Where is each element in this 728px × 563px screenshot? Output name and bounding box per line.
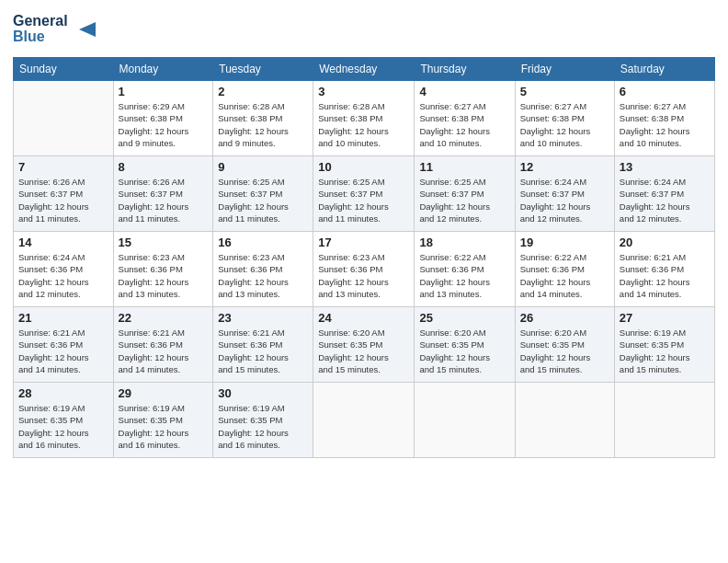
day-number: 25 <box>419 311 509 325</box>
day-info: Sunrise: 6:24 AM Sunset: 6:37 PM Dayligh… <box>520 176 609 224</box>
calendar-cell: 4Sunrise: 6:27 AM Sunset: 6:38 PM Daylig… <box>415 81 515 156</box>
day-number: 16 <box>218 236 308 249</box>
day-number: 8 <box>119 160 209 174</box>
calendar-cell: 8Sunrise: 6:26 AM Sunset: 6:37 PM Daylig… <box>113 156 213 232</box>
day-info: Sunrise: 6:20 AM Sunset: 6:35 PM Dayligh… <box>520 327 609 375</box>
day-info: Sunrise: 6:21 AM Sunset: 6:36 PM Dayligh… <box>18 327 108 375</box>
weekday-header: Tuesday <box>213 58 313 81</box>
calendar-cell <box>313 383 415 458</box>
calendar-cell <box>614 383 714 458</box>
calendar-cell: 9Sunrise: 6:25 AM Sunset: 6:37 PM Daylig… <box>213 156 313 232</box>
day-info: Sunrise: 6:22 AM Sunset: 6:36 PM Dayligh… <box>520 251 609 300</box>
day-info: Sunrise: 6:25 AM Sunset: 6:37 PM Dayligh… <box>318 176 409 224</box>
calendar-cell: 12Sunrise: 6:24 AM Sunset: 6:37 PM Dayli… <box>515 156 614 232</box>
day-number: 12 <box>520 160 609 174</box>
calendar-cell: 16Sunrise: 6:23 AM Sunset: 6:36 PM Dayli… <box>213 232 313 307</box>
day-info: Sunrise: 6:19 AM Sunset: 6:35 PM Dayligh… <box>620 327 710 375</box>
day-info: Sunrise: 6:21 AM Sunset: 6:36 PM Dayligh… <box>620 251 710 300</box>
calendar-cell <box>415 383 515 458</box>
calendar-cell: 3Sunrise: 6:28 AM Sunset: 6:38 PM Daylig… <box>313 81 415 156</box>
day-number: 30 <box>218 386 308 400</box>
day-info: Sunrise: 6:28 AM Sunset: 6:38 PM Dayligh… <box>318 100 409 149</box>
calendar-cell: 17Sunrise: 6:23 AM Sunset: 6:36 PM Dayli… <box>313 232 415 307</box>
calendar-week-row: 28Sunrise: 6:19 AM Sunset: 6:35 PM Dayli… <box>14 383 715 458</box>
calendar-week-row: 1Sunrise: 6:29 AM Sunset: 6:38 PM Daylig… <box>14 81 715 156</box>
calendar-cell: 18Sunrise: 6:22 AM Sunset: 6:36 PM Dayli… <box>415 232 515 307</box>
day-info: Sunrise: 6:25 AM Sunset: 6:37 PM Dayligh… <box>218 176 308 224</box>
day-info: Sunrise: 6:22 AM Sunset: 6:36 PM Dayligh… <box>419 251 509 300</box>
day-number: 11 <box>419 160 509 174</box>
day-number: 7 <box>18 160 108 174</box>
calendar-cell: 20Sunrise: 6:21 AM Sunset: 6:36 PM Dayli… <box>614 232 714 307</box>
calendar-cell: 26Sunrise: 6:20 AM Sunset: 6:35 PM Dayli… <box>515 307 614 383</box>
day-number: 27 <box>620 311 710 325</box>
svg-text:General: General <box>13 13 68 29</box>
weekday-header: Sunday <box>14 58 114 81</box>
day-info: Sunrise: 6:19 AM Sunset: 6:35 PM Dayligh… <box>18 402 108 451</box>
day-info: Sunrise: 6:27 AM Sunset: 6:38 PM Dayligh… <box>620 100 710 149</box>
day-info: Sunrise: 6:20 AM Sunset: 6:35 PM Dayligh… <box>419 327 509 375</box>
day-info: Sunrise: 6:24 AM Sunset: 6:36 PM Dayligh… <box>18 251 108 300</box>
day-info: Sunrise: 6:27 AM Sunset: 6:38 PM Dayligh… <box>520 100 609 149</box>
day-number: 13 <box>620 160 710 174</box>
day-number: 28 <box>18 386 108 400</box>
day-number: 29 <box>119 386 209 400</box>
day-number: 15 <box>119 236 209 249</box>
calendar-cell: 24Sunrise: 6:20 AM Sunset: 6:35 PM Dayli… <box>313 307 415 383</box>
weekday-header: Wednesday <box>313 58 415 81</box>
calendar-cell: 23Sunrise: 6:21 AM Sunset: 6:36 PM Dayli… <box>213 307 313 383</box>
calendar-cell: 5Sunrise: 6:27 AM Sunset: 6:38 PM Daylig… <box>515 81 614 156</box>
day-number: 9 <box>218 160 308 174</box>
calendar-cell: 29Sunrise: 6:19 AM Sunset: 6:35 PM Dayli… <box>113 383 213 458</box>
calendar-cell: 22Sunrise: 6:21 AM Sunset: 6:36 PM Dayli… <box>113 307 213 383</box>
calendar-cell: 1Sunrise: 6:29 AM Sunset: 6:38 PM Daylig… <box>113 81 213 156</box>
calendar-cell: 25Sunrise: 6:20 AM Sunset: 6:35 PM Dayli… <box>415 307 515 383</box>
calendar-week-row: 7Sunrise: 6:26 AM Sunset: 6:37 PM Daylig… <box>14 156 715 232</box>
calendar-cell <box>515 383 614 458</box>
svg-marker-2 <box>79 22 96 37</box>
day-number: 18 <box>419 236 509 249</box>
logo-text: General Blue <box>13 9 96 50</box>
calendar-week-row: 21Sunrise: 6:21 AM Sunset: 6:36 PM Dayli… <box>14 307 715 383</box>
weekday-header: Friday <box>515 58 614 81</box>
weekday-header: Saturday <box>614 58 714 81</box>
day-number: 20 <box>620 236 710 249</box>
calendar-cell: 11Sunrise: 6:25 AM Sunset: 6:37 PM Dayli… <box>415 156 515 232</box>
day-info: Sunrise: 6:21 AM Sunset: 6:36 PM Dayligh… <box>218 327 308 375</box>
calendar-cell: 10Sunrise: 6:25 AM Sunset: 6:37 PM Dayli… <box>313 156 415 232</box>
day-number: 6 <box>620 85 710 98</box>
calendar-cell <box>14 81 114 156</box>
header: General Blue <box>13 9 715 50</box>
day-info: Sunrise: 6:26 AM Sunset: 6:37 PM Dayligh… <box>18 176 108 224</box>
day-info: Sunrise: 6:25 AM Sunset: 6:37 PM Dayligh… <box>419 176 509 224</box>
day-number: 4 <box>419 85 509 98</box>
day-number: 19 <box>520 236 609 249</box>
day-info: Sunrise: 6:23 AM Sunset: 6:36 PM Dayligh… <box>119 251 209 300</box>
day-info: Sunrise: 6:29 AM Sunset: 6:38 PM Dayligh… <box>119 100 209 149</box>
weekday-header: Monday <box>113 58 213 81</box>
day-number: 3 <box>318 85 409 98</box>
day-number: 10 <box>318 160 409 174</box>
calendar-header-row: SundayMondayTuesdayWednesdayThursdayFrid… <box>14 58 715 81</box>
day-info: Sunrise: 6:23 AM Sunset: 6:36 PM Dayligh… <box>318 251 409 300</box>
calendar-cell: 30Sunrise: 6:19 AM Sunset: 6:35 PM Dayli… <box>213 383 313 458</box>
day-info: Sunrise: 6:19 AM Sunset: 6:35 PM Dayligh… <box>218 402 308 451</box>
day-info: Sunrise: 6:28 AM Sunset: 6:38 PM Dayligh… <box>218 100 308 149</box>
day-info: Sunrise: 6:26 AM Sunset: 6:37 PM Dayligh… <box>119 176 209 224</box>
svg-text:Blue: Blue <box>13 29 45 44</box>
weekday-header: Thursday <box>415 58 515 81</box>
calendar-body: 1Sunrise: 6:29 AM Sunset: 6:38 PM Daylig… <box>14 81 715 458</box>
day-number: 17 <box>318 236 409 249</box>
day-info: Sunrise: 6:19 AM Sunset: 6:35 PM Dayligh… <box>119 402 209 451</box>
calendar-cell: 14Sunrise: 6:24 AM Sunset: 6:36 PM Dayli… <box>14 232 114 307</box>
day-number: 5 <box>520 85 609 98</box>
day-number: 14 <box>18 236 108 249</box>
calendar-cell: 21Sunrise: 6:21 AM Sunset: 6:36 PM Dayli… <box>14 307 114 383</box>
day-info: Sunrise: 6:24 AM Sunset: 6:37 PM Dayligh… <box>620 176 710 224</box>
calendar-cell: 15Sunrise: 6:23 AM Sunset: 6:36 PM Dayli… <box>113 232 213 307</box>
day-info: Sunrise: 6:20 AM Sunset: 6:35 PM Dayligh… <box>318 327 409 375</box>
calendar-cell: 19Sunrise: 6:22 AM Sunset: 6:36 PM Dayli… <box>515 232 614 307</box>
day-number: 2 <box>218 85 308 98</box>
calendar-cell: 13Sunrise: 6:24 AM Sunset: 6:37 PM Dayli… <box>614 156 714 232</box>
calendar-cell: 2Sunrise: 6:28 AM Sunset: 6:38 PM Daylig… <box>213 81 313 156</box>
